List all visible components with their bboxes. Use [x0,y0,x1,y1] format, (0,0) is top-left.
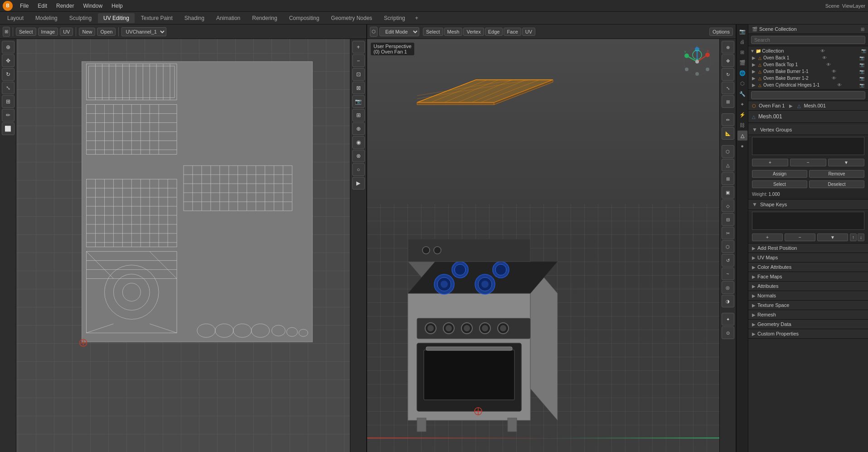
collection-arrow[interactable]: ▼ [750,49,755,53]
uv-proportional[interactable]: ○ [352,163,365,176]
item-render-1[interactable]: 📷 [859,63,864,67]
vp-shear[interactable]: ◑ [722,295,734,307]
viewport-canvas[interactable]: User Perspective (0) Oven Fan 1 X Y Z [367,39,736,452]
uv-snap-toggle[interactable]: ⊗ [352,150,365,162]
vg-deselect-btn[interactable]: Deselect [809,180,864,188]
vp-rip[interactable]: ✦ [722,313,734,326]
prop-icon-output[interactable]: 🖨 [737,37,747,47]
tab-scripting[interactable]: Scripting [378,13,411,23]
uv-select-box-tool[interactable]: ⬜ [2,122,15,135]
geometry-data-row[interactable]: ▶ Geometry Data [748,320,868,329]
menu-window[interactable]: Window [79,2,106,10]
uv-cursor-tool[interactable]: ⊕ [2,41,15,53]
item-render-2[interactable]: 📷 [859,69,864,74]
vp-knife[interactable]: ✂ [722,227,734,239]
tab-modeling[interactable]: Modeling [30,13,63,23]
item-eye-0[interactable]: 👁 [822,55,827,60]
menu-render[interactable]: Render [53,2,78,10]
mesh-btn[interactable]: Mesh [444,28,463,36]
vg-assign-btn[interactable]: Assign [752,170,807,178]
uv-zoom-in[interactable]: + [352,41,365,53]
vp-loop-cut[interactable]: ⊟ [722,213,734,226]
open-image-btn[interactable]: Open [97,28,116,36]
collection-render[interactable]: 📷 [861,49,866,53]
menu-help[interactable]: Help [108,2,126,10]
outliner-search[interactable] [751,36,865,44]
uv-transform-tool[interactable]: ⊞ [2,95,15,108]
tab-geometry-nodes[interactable]: Geometry Nodes [325,13,378,23]
vp-move-tool[interactable]: ✥ [722,54,734,67]
add-rest-position-row[interactable]: ▶ Add Rest Position [748,243,868,253]
image-btn[interactable]: Image [38,28,58,36]
menu-edit[interactable]: Edit [34,2,51,10]
vp-poly-build[interactable]: ⬡ [722,240,734,253]
uv-view-camera[interactable]: 📷 [352,95,365,108]
vp-rotate-tool[interactable]: ↻ [722,68,734,81]
uv-menu-btn[interactable]: UV [60,28,73,36]
new-image-btn[interactable]: New [79,28,95,36]
collection-eye[interactable]: 👁 [820,49,825,53]
uv-annotate-tool[interactable]: ✏ [2,109,15,122]
normals-row[interactable]: ▶ Normals [748,291,868,301]
prop-icon-material[interactable]: ● [737,141,747,151]
uv-rotate-tool[interactable]: ↻ [2,68,15,81]
tab-sculpting[interactable]: Sculpting [64,13,97,23]
prop-icon-object[interactable]: ⬡ [737,78,747,88]
item-eye-3[interactable]: 👁 [832,76,836,81]
face-maps-row[interactable]: ▶ Face Maps [748,272,868,282]
tab-compositing[interactable]: Compositing [284,13,325,23]
properties-search[interactable] [751,91,865,99]
vg-more-btn[interactable]: ▼ [828,159,864,166]
prop-icon-particles[interactable]: ✦ [737,99,747,109]
tab-shading[interactable]: Shading [179,13,210,23]
tab-uv-editing[interactable]: UV Editing [98,13,135,23]
viewport-type-group[interactable]: ⬡ [370,27,378,37]
attributes-row[interactable]: ▶ Attributes [748,282,868,291]
sk-add-btn[interactable]: + [752,233,783,241]
tab-layout[interactable]: Layout [2,13,29,23]
vp-annotate[interactable]: ✏ [722,113,734,126]
tab-animation[interactable]: Animation [211,13,246,23]
prop-icon-scene[interactable]: 🎬 [737,58,747,68]
tree-item-oven-back1[interactable]: ▶ △ Oven Back 1 👁 📷 [748,54,868,61]
uv-channel-select[interactable]: UVChannel_1 [121,27,166,36]
filter-icon[interactable]: ⊞ [861,27,864,32]
uv-view-selected[interactable]: ⊠ [352,82,365,94]
vertex-btn[interactable]: Vertex [463,28,484,36]
vp-spin[interactable]: ↺ [722,254,734,267]
vp-scale-tool[interactable]: ⤡ [722,82,734,94]
uv-sidebar-toggle[interactable]: ▶ [352,177,365,190]
vp-cursor-tool[interactable]: ⊕ [722,41,734,53]
tree-item-oven-back-top1[interactable]: ▶ △ Oven Back Top 1 👁 📷 [748,61,868,68]
item-eye-1[interactable]: 👁 [826,62,831,67]
prop-icon-modifiers[interactable]: 🔧 [737,89,747,99]
tab-texture-paint[interactable]: Texture Paint [136,13,178,23]
tab-add-button[interactable]: + [412,14,422,22]
tree-item-burner-1-2[interactable]: ▶ △ Oven Bake Burner 1-2 👁 📷 [748,75,868,82]
uv-view-3d[interactable]: ◉ [352,136,365,149]
prop-icon-object-data[interactable]: △ [737,131,747,141]
sk-remove-btn[interactable]: − [785,233,815,241]
vp-bevel[interactable]: ◇ [722,199,734,212]
prop-icon-view-layer[interactable]: ⊞ [737,47,747,57]
vp-extrude[interactable]: ⊞ [722,172,734,185]
shape-keys-header[interactable]: ▼ Shape Keys [748,199,868,210]
prop-icon-render[interactable]: 📷 [737,26,747,36]
sk-up-btn[interactable]: ↑ [850,233,857,241]
sk-down-btn[interactable]: ↓ [858,233,864,241]
vp-smooth[interactable]: ~ [722,267,734,280]
uv-view-all[interactable]: ⊡ [352,68,365,81]
vp-transform-tool[interactable]: ⊞ [722,95,734,108]
uv-viewport-btn[interactable]: UV [522,28,535,36]
uv-maps-row[interactable]: ▶ UV Maps [748,253,868,262]
prop-icon-world[interactable]: 🌐 [737,68,747,78]
mode-select-btn[interactable]: Select [16,28,36,36]
vp-merge[interactable]: ⊙ [722,326,734,339]
tree-item-hinges[interactable]: ▶ △ Oven Cylindrical Hinges 1-1 👁 📷 [748,82,868,88]
vp-measure[interactable]: 📐 [722,127,734,140]
tab-rendering[interactable]: Rendering [247,13,282,23]
edit-mode-select[interactable]: Edit Mode [379,27,419,36]
prop-icon-physics[interactable]: ⚡ [737,110,747,120]
vertex-groups-header[interactable]: ▼ Vertex Groups [748,125,868,135]
color-attributes-row[interactable]: ▶ Color Attributes [748,262,868,272]
